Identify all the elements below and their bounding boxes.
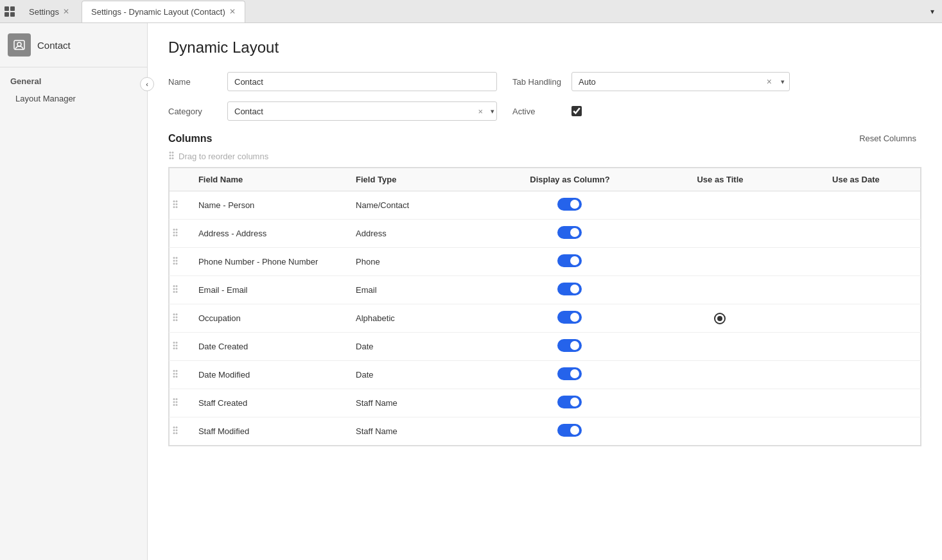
cell-use-as-date xyxy=(792,191,921,220)
app-grid-icon[interactable] xyxy=(3,4,17,19)
category-label: Category xyxy=(168,107,220,116)
tab-handling-dropdown-btn[interactable]: ▾ xyxy=(781,78,785,86)
table-row: Date ModifiedDate xyxy=(170,361,921,389)
display-toggle-6[interactable] xyxy=(557,339,582,352)
display-toggle-1[interactable] xyxy=(557,198,582,211)
row-drag-handle[interactable] xyxy=(170,191,191,220)
svg-point-23 xyxy=(176,234,178,236)
category-clear-btn[interactable]: × xyxy=(478,107,483,116)
svg-point-55 xyxy=(176,398,178,400)
cell-use-as-date xyxy=(792,248,921,276)
cell-field-type: Staff Name xyxy=(348,417,491,446)
tab-handling-clear-btn[interactable]: × xyxy=(767,76,772,87)
tab-settings-close[interactable]: ✕ xyxy=(63,7,69,16)
reset-columns-button[interactable]: Reset Columns xyxy=(854,131,921,146)
svg-point-25 xyxy=(176,257,178,259)
svg-point-6 xyxy=(170,152,171,153)
display-toggle-9[interactable] xyxy=(557,424,582,437)
form-group-category: Category Contact × ▾ xyxy=(168,101,497,121)
sidebar-nav: General Layout Manager xyxy=(0,67,147,112)
svg-point-41 xyxy=(176,319,178,321)
svg-point-36 xyxy=(173,313,175,315)
row-drag-handle[interactable] xyxy=(170,333,191,361)
svg-point-42 xyxy=(173,342,175,344)
tab-settings-dynamic[interactable]: Settings - Dynamic Layout (Contact) ✕ xyxy=(82,1,245,22)
display-toggle-8[interactable] xyxy=(557,396,582,408)
cell-field-name: Date Created xyxy=(191,333,348,361)
svg-point-32 xyxy=(173,288,175,290)
name-input[interactable] xyxy=(227,72,497,91)
svg-point-50 xyxy=(173,373,175,375)
form-group-active: Active xyxy=(512,106,582,116)
display-toggle-2[interactable] xyxy=(557,226,582,239)
table-header-row: Field Name Field Type Display as Column?… xyxy=(170,168,921,191)
svg-point-17 xyxy=(176,206,178,208)
row-drag-handle[interactable] xyxy=(170,276,191,304)
col-header-drag xyxy=(170,168,191,191)
svg-point-15 xyxy=(176,204,178,206)
cell-use-as-date xyxy=(792,361,921,389)
svg-point-51 xyxy=(176,373,178,375)
tab-handling-input[interactable] xyxy=(571,72,790,91)
cell-use-as-date xyxy=(792,276,921,304)
category-select[interactable]: Contact xyxy=(227,101,497,121)
display-toggle-7[interactable] xyxy=(557,367,582,380)
cell-field-name: Date Modified xyxy=(191,361,348,389)
svg-point-33 xyxy=(176,288,178,290)
svg-point-58 xyxy=(173,404,175,406)
tab-settings[interactable]: Settings ✕ xyxy=(19,1,79,22)
svg-point-9 xyxy=(172,155,174,157)
svg-point-56 xyxy=(173,401,175,403)
svg-point-49 xyxy=(176,370,178,372)
col-header-use-as-date: Use as Date xyxy=(792,168,921,191)
tab-settings-dynamic-close[interactable]: ✕ xyxy=(229,7,236,16)
active-label: Active xyxy=(512,107,564,116)
svg-point-10 xyxy=(170,157,171,159)
tab-bar: Settings ✕ Settings - Dynamic Layout (Co… xyxy=(0,0,942,23)
svg-point-44 xyxy=(173,345,175,347)
row-drag-handle[interactable] xyxy=(170,361,191,389)
row-drag-handle[interactable] xyxy=(170,304,191,333)
sidebar-collapse-btn[interactable]: ‹ xyxy=(140,77,154,91)
category-dropdown-btn[interactable]: ▾ xyxy=(491,107,494,116)
svg-point-21 xyxy=(176,232,178,234)
display-toggle-5[interactable] xyxy=(557,311,582,324)
cell-field-name: Occupation xyxy=(191,304,348,333)
row-drag-handle[interactable] xyxy=(170,248,191,276)
svg-point-53 xyxy=(176,376,178,378)
col-header-display: Display as Column? xyxy=(491,168,649,191)
row-drag-handle[interactable] xyxy=(170,417,191,446)
svg-point-5 xyxy=(17,42,21,46)
cell-field-type: Phone xyxy=(348,248,491,276)
svg-rect-1 xyxy=(10,6,15,11)
sidebar-item-layout-manager[interactable]: Layout Manager xyxy=(0,90,147,107)
columns-header: Columns Reset Columns xyxy=(168,131,921,146)
svg-point-20 xyxy=(173,232,175,234)
active-checkbox[interactable] xyxy=(571,106,582,116)
row-drag-handle[interactable] xyxy=(170,220,191,248)
svg-point-14 xyxy=(173,204,175,206)
cell-use-as-date xyxy=(792,220,921,248)
name-label: Name xyxy=(168,77,220,87)
table-row: Phone Number - Phone NumberPhone xyxy=(170,248,921,276)
cell-display-as-column xyxy=(491,220,649,248)
cell-display-as-column xyxy=(491,417,649,446)
sidebar: Contact General Layout Manager ‹ xyxy=(0,23,148,560)
table-row: Staff CreatedStaff Name xyxy=(170,389,921,417)
svg-point-54 xyxy=(173,398,175,400)
svg-rect-2 xyxy=(4,12,9,17)
display-toggle-3[interactable] xyxy=(557,254,582,267)
cell-use-as-title xyxy=(649,389,792,417)
svg-point-40 xyxy=(173,319,175,321)
tab-dropdown-btn[interactable]: ▾ xyxy=(925,4,939,19)
svg-point-63 xyxy=(176,430,178,432)
table-row: Date CreatedDate xyxy=(170,333,921,361)
cell-field-name: Email - Email xyxy=(191,276,348,304)
drag-hint: Drag to reorder columns xyxy=(168,151,921,162)
svg-point-60 xyxy=(173,426,175,428)
svg-point-27 xyxy=(176,260,178,262)
row-drag-handle[interactable] xyxy=(170,389,191,417)
display-toggle-4[interactable] xyxy=(557,283,582,295)
use-as-title-radio-5[interactable] xyxy=(714,313,726,324)
cell-field-type: Staff Name xyxy=(348,389,491,417)
